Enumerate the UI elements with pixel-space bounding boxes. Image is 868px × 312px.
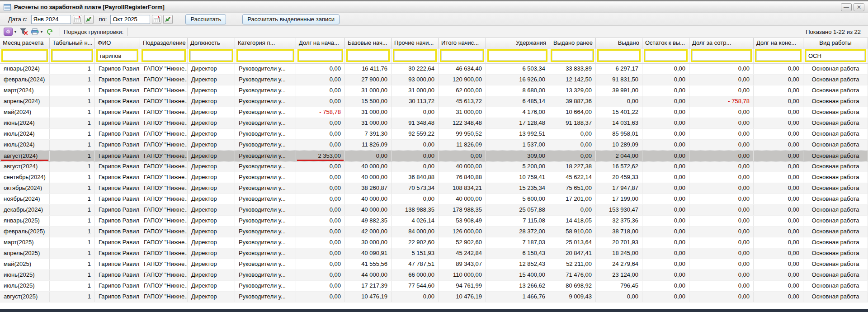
filter-input[interactable] (806, 51, 865, 61)
table-row[interactable]: август(2024)1Гарипов Равил...ГАПОУ "Нижн… (0, 161, 868, 172)
table-row[interactable]: июнь(2024)1Гарипов Равил...ГАПОУ "Нижне.… (0, 118, 868, 129)
table-row[interactable]: январь(2024)1Гарипов Равил...ГАПОУ "Нижн… (0, 64, 868, 75)
cell: 92 559,22 (392, 129, 439, 139)
filter-input[interactable] (52, 51, 92, 61)
cell: Директор (188, 172, 235, 183)
filter-input[interactable] (489, 51, 546, 61)
print-menu-button[interactable]: ▼ (31, 28, 43, 35)
column-header[interactable]: Долг на нача... (296, 38, 345, 48)
column-header[interactable]: Итого начис... (439, 38, 486, 48)
column-header[interactable]: Вид работы (803, 38, 868, 48)
filter-input[interactable] (756, 51, 800, 61)
cell: 17 947,87 (596, 183, 642, 194)
cell: ГАПОУ "Нижне... (140, 107, 188, 118)
column-header[interactable]: Базовые нач... (345, 38, 392, 48)
filter-input[interactable] (238, 51, 293, 61)
column-header[interactable]: Остаток к вы... (642, 38, 689, 48)
clear-filter-button[interactable] (20, 28, 28, 35)
date-from-calendar-button[interactable] (73, 15, 82, 24)
cell: 89 343,07 (439, 259, 486, 269)
table-row[interactable]: март(2025)1Гарипов Равил...ГАПОУ "Нижне.… (0, 237, 868, 248)
calculate-button[interactable]: Рассчитать (185, 14, 226, 24)
filter-input[interactable] (190, 51, 232, 61)
table-row[interactable]: июль(2024)1Гарипов Равил...ГАПОУ "Нижне.… (0, 129, 868, 140)
cell: 0,00 (754, 292, 803, 302)
cell: 0,00 (754, 107, 803, 118)
column-header[interactable]: Категория п... (235, 38, 296, 48)
column-header[interactable]: Должность (188, 38, 235, 48)
cell: 1 (50, 227, 95, 237)
filter-input[interactable] (299, 51, 342, 61)
cell: Руководители у... (235, 237, 296, 248)
table-row[interactable]: июнь(2025)1Гарипов Равил...ГАПОУ "Нижне.… (0, 270, 868, 281)
cell: 0,00 (689, 140, 754, 150)
table-row[interactable]: июль(2025)1Гарипов Равил...ГАПОУ "Нижне.… (0, 281, 868, 292)
calculate-selected-button[interactable]: Рассчитать выделенные записи (242, 14, 340, 24)
table-row[interactable]: май(2024)1Гарипов Равил...ГАПОУ "Нижне..… (0, 107, 868, 118)
close-button[interactable]: ✕ (854, 3, 864, 11)
table-row[interactable]: июль(2024)1Гарипов Равил...ГАПОУ "Нижне.… (0, 140, 868, 151)
cell: 85 958,01 (596, 129, 642, 139)
table-row[interactable]: август(2024)1Гарипов Равил...ГАПОУ "Нижн… (0, 151, 868, 161)
filter-input[interactable] (441, 51, 483, 61)
column-header[interactable]: Долг на коне... (754, 38, 803, 48)
cell: 1 (50, 259, 95, 269)
column-header[interactable]: Прочие начи... (392, 38, 439, 48)
table-row[interactable]: ноябрь(2024)1Гарипов Равил...ГАПОУ "Нижн… (0, 194, 868, 205)
cell: июнь(2025) (0, 270, 50, 280)
cell: 1 (50, 292, 95, 302)
date-to-calendar-button[interactable] (152, 15, 161, 24)
settings-menu-button[interactable]: ⚙ ▼ (4, 28, 17, 36)
date-from-label: Дата с: (8, 16, 28, 23)
table-row[interactable]: август(2025)1Гарипов Равил...ГАПОУ "Нижн… (0, 292, 868, 303)
cell: 13 992,51 (486, 129, 549, 139)
table-row[interactable]: февраль(2025)1Гарипов Равил...ГАПОУ "Ниж… (0, 227, 868, 237)
cell: 0,00 (689, 75, 754, 85)
filter-input[interactable] (143, 51, 184, 61)
filter-input[interactable] (98, 51, 137, 61)
column-header[interactable]: Выдано ранее (549, 38, 596, 48)
cell: Гарипов Равил... (95, 194, 140, 204)
cell: 33 833,89 (549, 64, 596, 74)
refresh-button[interactable] (46, 28, 53, 35)
cell: июль(2025) (0, 281, 50, 291)
date-from-pick-button[interactable] (84, 15, 94, 24)
cell: Директор (188, 292, 235, 302)
table-row[interactable]: январь(2025)1Гарипов Равил...ГАПОУ "Нижн… (0, 216, 868, 227)
column-header[interactable]: Долг за сотр... (689, 38, 754, 48)
minimize-button[interactable]: — (841, 3, 852, 11)
filter-input[interactable] (348, 51, 388, 61)
table-row[interactable]: октябрь(2024)1Гарипов Равил...ГАПОУ "Ниж… (0, 183, 868, 194)
filter-input[interactable] (552, 51, 593, 61)
table-row[interactable]: май(2025)1Гарипов Равил...ГАПОУ "Нижне..… (0, 259, 868, 270)
column-header[interactable]: Удержания (486, 38, 549, 48)
table-row[interactable]: февраль(2024)1Гарипов Равил...ГАПОУ "Ниж… (0, 75, 868, 85)
table-row[interactable]: март(2024)1Гарипов Равил...ГАПОУ "Нижне.… (0, 85, 868, 96)
cell: 9 009,43 (549, 292, 596, 302)
filter-box (1, 49, 48, 62)
cell: 0,00 (392, 194, 439, 204)
column-header[interactable]: ФИО (95, 38, 140, 48)
cell: 52 211,00 (549, 259, 596, 269)
filter-input[interactable] (3, 51, 47, 61)
filter-input[interactable] (599, 51, 639, 61)
filter-input[interactable] (394, 51, 435, 61)
column-header[interactable]: Подразделение (140, 38, 188, 48)
table-row[interactable]: декабрь(2024)1Гарипов Равил...ГАПОУ "Ниж… (0, 205, 868, 216)
column-header[interactable]: Табельный н... (50, 38, 95, 48)
cell: Основная работа (803, 259, 868, 269)
column-header[interactable]: Месяц расчета (0, 38, 50, 48)
filter-input[interactable] (645, 51, 686, 61)
date-to-pick-button[interactable] (163, 15, 173, 24)
table-row[interactable]: сентябрь(2024)1Гарипов Равил...ГАПОУ "Ни… (0, 172, 868, 183)
table-row[interactable]: апрель(2025)1Гарипов Равил...ГАПОУ "Нижн… (0, 248, 868, 259)
filter-box (440, 49, 484, 62)
date-to-input[interactable] (110, 15, 150, 24)
cell: Основная работа (803, 107, 868, 118)
filter-input[interactable] (692, 51, 750, 61)
column-header[interactable]: Выдано (596, 38, 642, 48)
filter-cell (235, 48, 296, 63)
table-row[interactable]: апрель(2024)1Гарипов Равил...ГАПОУ "Нижн… (0, 96, 868, 107)
date-from-input[interactable] (31, 15, 71, 24)
cell: 17 201,00 (549, 194, 596, 204)
